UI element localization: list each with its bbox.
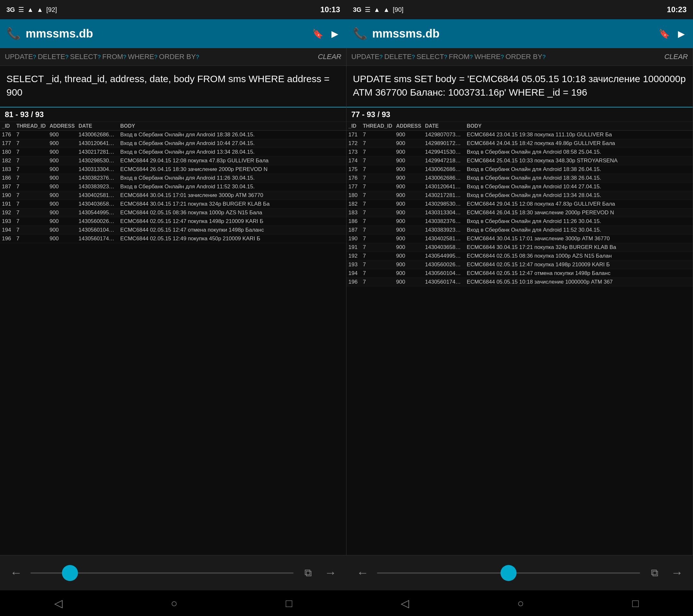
select-keyword-right[interactable]: SELECT? <box>416 53 447 61</box>
table-row[interactable]: 19479001430560104863ECMC6844 02.05.15 12… <box>346 269 693 278</box>
table-cell: 191 <box>0 200 15 208</box>
table-row[interactable]: 19679001430560174627ECMC6844 05.05.15 10… <box>346 278 693 286</box>
query-text-left[interactable]: SELECT _id, thread_id, address, date, bo… <box>6 72 340 99</box>
table-row[interactable]: 19379001430560026906ECMC6844 02.05.15 12… <box>0 217 346 226</box>
col-header-address-left: ADDRESS <box>48 122 77 131</box>
table-row[interactable]: 18279001430298530059ECMC6844 29.04.15 12… <box>0 157 346 165</box>
table-row[interactable]: 19179001430403658943ECMC6844 30.04.15 17… <box>0 200 346 208</box>
table-row[interactable]: 19179001430403658943ECMC6844 30.04.15 17… <box>346 243 693 252</box>
table-cell: 900 <box>394 174 423 182</box>
table-cell: 176 <box>0 131 15 139</box>
copy-button-right[interactable]: ⧉ <box>643 562 666 584</box>
table-row[interactable]: 18679001430382376088Вход в Сбербанк Онла… <box>0 174 346 182</box>
time-right: 10:23 <box>667 5 687 14</box>
table-cell: 175 <box>346 165 361 174</box>
from-keyword-left[interactable]: FROM? <box>102 53 126 61</box>
col-header-thread-right: THREAD_ID <box>361 122 394 131</box>
table-row[interactable]: 17679001430062686280Вход в Сбербанк Онла… <box>0 131 346 139</box>
recents-sys-left[interactable]: □ <box>276 594 302 613</box>
delete-keyword-right[interactable]: DELETE? <box>384 53 415 61</box>
home-sys-right[interactable]: ○ <box>508 594 534 613</box>
table-row[interactable]: 18779001430383923253Вход в Сбербанк Онла… <box>346 226 693 235</box>
forward-button-right[interactable]: → <box>666 562 688 584</box>
orderby-keyword-left[interactable]: ORDER BY? <box>159 53 199 61</box>
table-row[interactable]: 18079001430217281455Вход в Сбербанк Онла… <box>346 191 693 200</box>
table-cell: 196 <box>0 235 15 243</box>
orderby-keyword-right[interactable]: ORDER BY? <box>506 53 546 61</box>
table-row[interactable]: 19379001430560026906ECMC6844 02.05.15 12… <box>346 260 693 269</box>
table-cell: ECMC6844 30.04.15 17:01 зачисление 3000р… <box>465 235 693 243</box>
app-bar-right: 📞 mmssms.db 🔖 ▶ <box>346 19 693 48</box>
table-cell: 7 <box>361 269 394 278</box>
table-cell: 1430560104863 <box>77 226 118 235</box>
bookmark-icon-left[interactable]: 🔖 <box>311 27 325 41</box>
table-cell: 900 <box>394 269 423 278</box>
where-keyword-right[interactable]: WHERE? <box>475 53 504 61</box>
table-row[interactable]: 17379001429941530103Вход в Сбербанк Онла… <box>346 148 693 157</box>
table-cell: ECMC6844 25.04.15 10:33 покупка 348.30р … <box>465 157 693 165</box>
select-keyword-left[interactable]: SELECT? <box>70 53 101 61</box>
system-nav: ◁ ○ □ ◁ ○ □ <box>0 590 693 616</box>
clear-button-left[interactable]: CLEAR <box>318 53 341 61</box>
table-row[interactable]: 18279001430298530059ECMC6844 29.04.15 12… <box>346 200 693 208</box>
slider-thumb-left[interactable] <box>62 565 78 581</box>
table-row[interactable]: 17779001430120641503Вход в Сбербанк Онла… <box>346 182 693 191</box>
table-cell: Вход в Сбербанк Онлайн для Android 08:58… <box>465 148 693 157</box>
play-icon-right[interactable]: ▶ <box>676 27 687 41</box>
delete-keyword-left[interactable]: DELETE? <box>38 53 69 61</box>
results-info-left: 81 - 93 / 93 <box>0 107 346 122</box>
slider-left[interactable] <box>31 572 294 574</box>
table-row[interactable]: 18679001430382376088Вход в Сбербанк Онла… <box>346 217 693 226</box>
recents-sys-right[interactable]: □ <box>623 594 649 613</box>
bookmark-icon-right[interactable]: 🔖 <box>657 27 672 41</box>
where-keyword-left[interactable]: WHERE? <box>128 53 158 61</box>
table-row[interactable]: 19679001430560174627ECMC6844 02.05.15 12… <box>0 235 346 243</box>
play-icon-left[interactable]: ▶ <box>330 27 340 41</box>
col-header-body-right: BODY <box>465 122 693 131</box>
update-keyword-right[interactable]: UPDATE? <box>351 53 383 61</box>
table-row[interactable]: 19279001430544995854ECMC6844 02.05.15 08… <box>346 252 693 260</box>
table-cell: 180 <box>346 191 361 200</box>
table-row[interactable]: 18379001430313304166ECMC6844 26.04.15 18… <box>0 165 346 174</box>
query-text-right[interactable]: UPDATE sms SET body = 'ECMC6844 05.05.15… <box>353 72 686 99</box>
query-area-right[interactable]: UPDATE sms SET body = 'ECMC6844 05.05.15… <box>346 66 693 107</box>
table-cell: 186 <box>0 174 15 182</box>
table-cell: ECMC6844 02.05.15 12:49 покупка 450р 210… <box>118 235 346 243</box>
slider-thumb-right[interactable] <box>500 565 517 581</box>
back-sys-left[interactable]: ◁ <box>45 594 72 613</box>
table-row[interactable]: 17779001430120641503Вход в Сбербанк Онла… <box>0 139 346 148</box>
data-table-right: _ID THREAD_ID ADDRESS DATE BODY 17179001… <box>346 122 693 286</box>
query-area-left[interactable]: SELECT _id, thread_id, address, date, bo… <box>0 66 346 107</box>
table-row[interactable]: 18079001430217281455Вход в Сбербанк Онла… <box>0 148 346 157</box>
panel-right: UPDATE? DELETE? SELECT? FROM? WHERE? ORD… <box>346 48 693 555</box>
table-row[interactable]: 17279001429890172589ECMC6844 24.04.15 18… <box>346 139 693 148</box>
table-row[interactable]: 17479001429947218743ECMC6844 25.04.15 10… <box>346 157 693 165</box>
update-keyword-left[interactable]: UPDATE? <box>5 53 36 61</box>
table-row[interactable]: 19479001430560104863ECMC6844 02.05.15 12… <box>0 226 346 235</box>
table-row[interactable]: 18379001430313304166ECMC6844 26.04.15 18… <box>346 208 693 217</box>
back-button-left[interactable]: ← <box>5 562 27 584</box>
table-cell: 171 <box>346 131 361 139</box>
forward-button-left[interactable]: → <box>319 562 342 584</box>
table-row[interactable]: 17179001429807073595ECMC6844 23.04.15 19… <box>346 131 693 139</box>
table-row[interactable]: 19279001430544995854ECMC6844 02.05.15 08… <box>0 208 346 217</box>
back-button-right[interactable]: ← <box>351 562 374 584</box>
sys-nav-right: ◁ ○ □ <box>346 590 693 616</box>
table-row[interactable]: 17679001430062686280Вход в Сбербанк Онла… <box>346 174 693 182</box>
home-sys-left[interactable]: ○ <box>161 594 187 613</box>
sql-toolbar-right: UPDATE? DELETE? SELECT? FROM? WHERE? ORD… <box>346 48 693 66</box>
slider-track-left <box>31 572 294 574</box>
table-cell: 900 <box>48 182 77 191</box>
table-cell: 7 <box>361 208 394 217</box>
table-row[interactable]: 17579001430062686280Вход в Сбербанк Онла… <box>346 165 693 174</box>
clear-button-right[interactable]: CLEAR <box>665 53 688 61</box>
table-row[interactable]: 19079001430402581701ECMC6844 30.04.15 17… <box>0 191 346 200</box>
table-row[interactable]: 19079001430402581701ECMC6844 30.04.15 17… <box>346 235 693 243</box>
copy-button-left[interactable]: ⧉ <box>297 562 319 584</box>
from-keyword-right[interactable]: FROM? <box>449 53 473 61</box>
back-sys-right[interactable]: ◁ <box>391 594 419 613</box>
table-cell: 900 <box>394 157 423 165</box>
table-cell: 1429890172589 <box>423 139 465 148</box>
slider-right[interactable] <box>377 572 640 574</box>
table-row[interactable]: 18779001430383923253Вход в Сбербанк Онла… <box>0 182 346 191</box>
